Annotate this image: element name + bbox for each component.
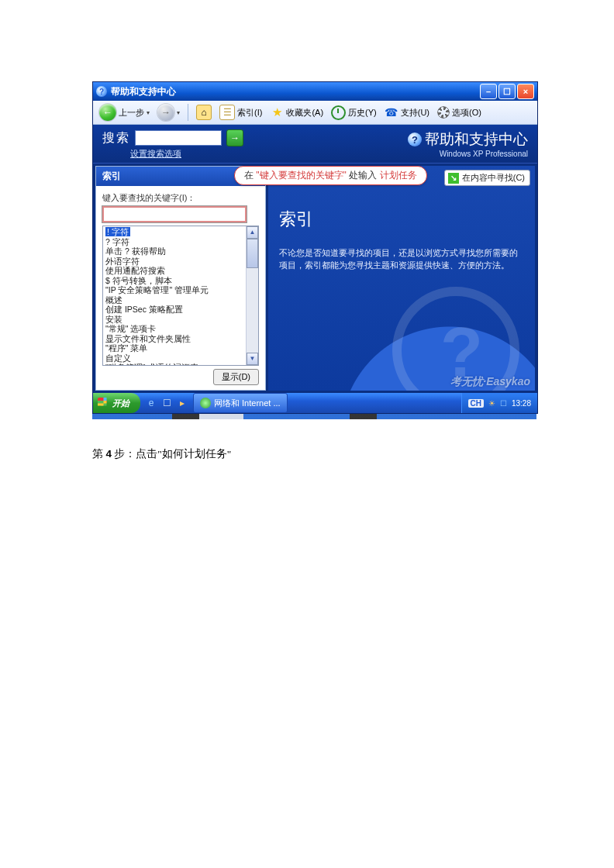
scroll-up-button[interactable]: ▲ [247, 226, 258, 239]
help-icon: ? [96, 86, 107, 97]
list-item-selected[interactable]: ! 字符 [105, 227, 130, 236]
app-icon [200, 398, 211, 408]
scroll-down-button[interactable]: ▼ [247, 353, 258, 365]
titlebar: ? 帮助和支持中心 – ☐ × [93, 82, 537, 101]
display-button[interactable]: 显示(D) [213, 369, 259, 385]
decorative-strip [92, 414, 536, 419]
separator [188, 104, 188, 121]
system-tray: CH ☀ ☐ 13:28 [461, 393, 537, 413]
help-center-window: ? 帮助和支持中心 – ☐ × ← 上一步 ▾ → ▾ ⌂ [92, 81, 538, 414]
index-button[interactable]: ☰ 索引(I) [216, 103, 265, 122]
ie-icon[interactable]: e [145, 397, 157, 409]
minimize-button[interactable]: – [480, 84, 497, 99]
language-indicator[interactable]: CH [468, 399, 484, 408]
taskbar-app-button[interactable]: 网络和 Internet ... [193, 393, 288, 413]
list-item[interactable]: "常规" 选项卡 [105, 324, 156, 333]
list-item[interactable]: 创建 IPSec 策略配置 [105, 305, 183, 314]
search-strip: 搜索 → 设置搜索选项 ? 帮助和支持中心 Windows XP Profess… [93, 125, 537, 163]
favorites-label: 收藏夹(A) [286, 107, 323, 119]
search-options-link[interactable]: 设置搜索选项 [130, 148, 243, 160]
forward-icon: → [157, 104, 174, 121]
keyword-label: 键入要查找的关键字(I)： [96, 186, 265, 206]
index-pane: 索引 键入要查找的关键字(I)： ! 字符 ? 字符 单击 ? 获得帮助 外语字… [95, 166, 266, 391]
taskbar-app-label: 网络和 Internet ... [214, 398, 281, 409]
instruction-callout: 在 "键入要查找的关键字" 处输入 计划任务 [234, 166, 427, 185]
back-label: 上一步 [119, 107, 144, 119]
chevron-down-icon: ▾ [177, 109, 180, 116]
maximize-button[interactable]: ☐ [498, 84, 516, 99]
list-item[interactable]: 外语字符 [105, 257, 140, 266]
support-label: 支持(U) [401, 107, 429, 119]
content-title: 索引 [279, 208, 524, 231]
taskbar: 开始 e ☐ ▸ 网络和 Internet ... CH ☀ ☐ 13:28 [93, 393, 537, 413]
search-go-button[interactable]: → [226, 129, 243, 146]
history-button[interactable]: 历史(Y) [328, 104, 380, 122]
scroll-thumb[interactable] [247, 239, 258, 268]
home-icon: ⌂ [196, 105, 212, 120]
content-row: 索引 键入要查找的关键字(I)： ! 字符 ? 字符 单击 ? 获得帮助 外语字… [93, 163, 537, 393]
list-item[interactable]: 概述 [105, 295, 122, 305]
window-title: 帮助和支持中心 [111, 85, 480, 98]
favorites-button[interactable]: ★ 收藏夹(A) [267, 104, 326, 121]
step-caption: 第 4 步：点击"如何计划任务" [92, 447, 536, 461]
list-item[interactable]: "程序" 菜单 [105, 343, 147, 353]
index-label: 索引(I) [237, 107, 262, 119]
find-in-content-label: 在内容中寻找(C) [462, 172, 525, 184]
back-button[interactable]: ← 上一步 ▾ [96, 102, 153, 122]
options-label: 选项(O) [452, 107, 481, 119]
chevron-down-icon: ▾ [147, 109, 150, 116]
scrollbar[interactable]: ▲ ▼ [246, 226, 258, 365]
content-pane: ↘ 在内容中寻找(C) 索引 不论您是否知道要寻找的项目，还是以浏览方式寻找您所… [268, 166, 535, 391]
list-item[interactable]: 单击 ? 获得帮助 [105, 246, 166, 256]
home-button[interactable]: ⌂ [193, 103, 215, 122]
quick-launch: e ☐ ▸ [140, 397, 193, 409]
brand-help-icon: ? [408, 133, 422, 146]
list-item[interactable]: "IP 安全策略管理" 管理单元 [105, 285, 209, 294]
desktop-icon[interactable]: ☐ [160, 397, 173, 409]
scroll-track[interactable] [247, 268, 258, 353]
index-icon: ☰ [219, 105, 235, 120]
search-label: 搜索 [102, 130, 130, 146]
list-item[interactable]: ? 字符 [105, 237, 129, 246]
list-item[interactable]: 使用通配符搜索 [105, 266, 165, 275]
support-button[interactable]: ☎ 支持(U) [381, 104, 433, 121]
keyword-input[interactable] [102, 206, 247, 222]
options-button[interactable]: 选项(O) [434, 105, 485, 120]
windows-flag-icon [98, 398, 109, 409]
back-icon: ← [99, 104, 116, 121]
toolbar: ← 上一步 ▾ → ▾ ⌂ ☰ 索引(I) ★ 收藏夹(A) 历史( [93, 101, 537, 125]
list-item[interactable]: 自定义 [105, 353, 131, 363]
gear-icon [437, 106, 450, 119]
start-label: 开始 [112, 398, 129, 409]
brand-subtitle: Windows XP Professional [408, 150, 528, 158]
tray-icon[interactable]: ☐ [500, 399, 507, 408]
star-icon: ★ [270, 105, 284, 119]
list-item[interactable]: 显示文件和文件夹属性 [105, 334, 191, 343]
brand: ? 帮助和支持中心 Windows XP Professional [408, 129, 528, 158]
arrow-icon: ↘ [448, 173, 459, 184]
history-icon [331, 105, 346, 120]
brand-title: 帮助和支持中心 [425, 129, 528, 150]
history-label: 历史(Y) [348, 107, 377, 119]
forward-button[interactable]: → ▾ [154, 102, 183, 122]
list-item[interactable]: "磁盘管理" 术语的词汇表 [105, 363, 198, 366]
start-button[interactable]: 开始 [93, 393, 140, 413]
tray-icon[interactable]: ☀ [488, 399, 495, 408]
player-icon[interactable]: ▸ [176, 397, 188, 409]
watermark: 考无忧·Easykao [450, 375, 530, 389]
list-item[interactable]: 安装 [105, 315, 122, 324]
list-item[interactable]: $ 符号转换，脚本 [105, 276, 172, 285]
support-icon: ☎ [385, 105, 398, 119]
index-listbox[interactable]: ! 字符 ? 字符 单击 ? 获得帮助 外语字符 使用通配符搜索 $ 符号转换，… [102, 226, 259, 366]
search-input[interactable] [135, 130, 222, 146]
close-button[interactable]: × [517, 84, 534, 99]
clock: 13:28 [512, 399, 531, 408]
find-in-content-button[interactable]: ↘ 在内容中寻找(C) [444, 170, 530, 186]
content-description: 不论您是否知道要寻找的项目，还是以浏览方式寻找您所需要的项目，索引都能为您寻找主… [279, 246, 519, 271]
